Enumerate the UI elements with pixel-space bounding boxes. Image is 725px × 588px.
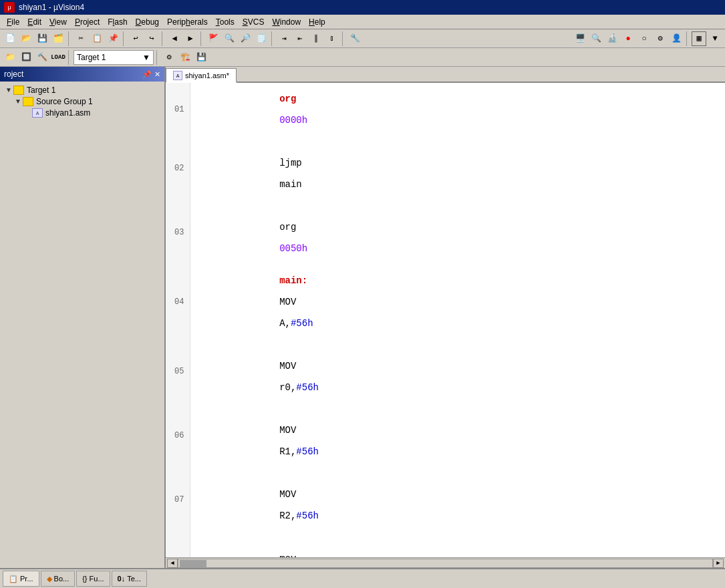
line-num-05: 05: [166, 339, 190, 404]
toolbar1: 📄 📂 💾 🗂️ ✂ 📋 📌 ↩ ↪ ◀ ▶ 🚩 🔍 🔎 🗒️ ⇥ ⇤ ∥ ⫾ …: [0, 29, 725, 48]
expand-arrow-sg1: ▼: [15, 98, 21, 105]
build2-btn[interactable]: 🔨: [35, 50, 49, 65]
menu-edit[interactable]: Edit: [23, 16, 45, 28]
indent-07: [279, 478, 324, 489]
code-cell-07[interactable]: MOV R2,#56h: [190, 468, 725, 532]
menu-bar: File Edit View Project Flash Debug Perip…: [0, 15, 725, 29]
profile-btn[interactable]: 👤: [669, 31, 684, 46]
rec-btn[interactable]: ●: [621, 31, 635, 46]
panel-close-btn[interactable]: ✕: [154, 70, 160, 79]
target-window-btn[interactable]: 🖥️: [573, 31, 587, 46]
status-tab-functions[interactable]: {} Fu...: [76, 571, 110, 587]
code-cell-03[interactable]: org 0050h: [190, 200, 725, 265]
sep5: [271, 31, 274, 46]
kw-mov-06: MOV: [279, 425, 296, 436]
undo-btn[interactable]: ↩: [128, 31, 143, 46]
find-btn[interactable]: 🔍: [222, 31, 237, 46]
editor-area: A shiyan1.asm* 01 org 0000h: [166, 67, 725, 568]
tree-item-target1[interactable]: ▼ Target 1: [3, 84, 162, 96]
cut-btn[interactable]: ✂: [74, 31, 88, 46]
spacing-06: [279, 436, 302, 446]
menu-svcs[interactable]: SVCS: [239, 16, 269, 28]
target-dropdown[interactable]: Target 1 ▼: [74, 50, 154, 65]
bookmark-btn[interactable]: 🚩: [206, 31, 221, 46]
scroll-thumb[interactable]: [180, 560, 206, 568]
spacing-04: [279, 286, 296, 297]
build-info-btn[interactable]: 🔧: [347, 31, 362, 46]
app-icon: μ: [4, 2, 15, 13]
code-cell-06[interactable]: MOV R1,#56h: [190, 404, 725, 468]
save-btn[interactable]: 💾: [35, 31, 49, 46]
redo-btn[interactable]: ↪: [144, 31, 159, 46]
folder-icon-sg1: [23, 97, 33, 106]
project-tree: ▼ Target 1 ▼ Source Group 1 ▷ A shiyan1.…: [0, 82, 164, 568]
target-prev-btn[interactable]: 📁: [3, 50, 17, 65]
tree-label-asm: shiyan1.asm: [45, 108, 90, 118]
menu-flash[interactable]: Flash: [104, 16, 131, 28]
code-cell-04[interactable]: main: MOV A,#56h: [190, 265, 725, 339]
kw-mainlabel-04: main:: [279, 275, 307, 286]
circle-btn[interactable]: ○: [637, 31, 651, 46]
status-tab-project[interactable]: 📋 Pr...: [3, 571, 39, 587]
scroll-track[interactable]: [178, 559, 713, 568]
new-file-btn[interactable]: 📄: [3, 31, 17, 46]
findall-btn[interactable]: 🗒️: [254, 31, 269, 46]
build3-btn[interactable]: 🏗️: [178, 50, 192, 65]
menu-peripherals[interactable]: Peripherals: [163, 16, 212, 28]
title-bar: μ shiyan1 - µVision4: [0, 0, 725, 15]
status-tab-templates[interactable]: 0↓ Te...: [112, 571, 147, 587]
paste-btn[interactable]: 📌: [106, 31, 120, 46]
status-bar: 📋 Pr... ◆ Bo... {} Fu... 0↓ Te...: [0, 568, 725, 588]
more-btn[interactable]: ▼: [708, 31, 722, 46]
menu-tools[interactable]: Tools: [212, 16, 239, 28]
line-num-01: 01: [166, 83, 190, 136]
save-all-btn[interactable]: 🗂️: [51, 31, 65, 46]
target-settings-btn[interactable]: ⚙: [162, 50, 176, 65]
kw-r0-05: r0,: [279, 382, 296, 393]
grid-btn[interactable]: ▦: [692, 31, 706, 46]
menu-file[interactable]: File: [3, 16, 23, 28]
unindent-btn[interactable]: ⇤: [293, 31, 307, 46]
menu-window[interactable]: Window: [268, 16, 305, 28]
zoom-btn[interactable]: 🔬: [605, 31, 619, 46]
comment-btn[interactable]: ∥: [309, 31, 323, 46]
menu-project[interactable]: Project: [71, 16, 104, 28]
load2-btn[interactable]: 💾: [194, 50, 208, 65]
indent-05: [279, 350, 324, 361]
nav-fwd-btn[interactable]: ▶: [183, 31, 198, 46]
status-tab-books[interactable]: ◆ Bo...: [41, 571, 76, 587]
code-cell-01[interactable]: org 0000h: [190, 83, 725, 136]
indent-btn[interactable]: ⇥: [277, 31, 291, 46]
spacing-02: [279, 168, 296, 179]
menu-view[interactable]: View: [45, 16, 71, 28]
kw-r2-07: R2,: [279, 510, 296, 521]
tree-item-shiyan1asm[interactable]: ▷ A shiyan1.asm: [3, 107, 162, 118]
menu-help[interactable]: Help: [305, 16, 329, 28]
tree-item-sourcegroup1[interactable]: ▼ Source Group 1: [3, 96, 162, 107]
sep3: [162, 31, 164, 46]
settings-btn[interactable]: ⚙: [653, 31, 668, 46]
code-cell-05[interactable]: MOV r0,#56h: [190, 339, 725, 404]
scroll-left-btn[interactable]: ◀: [167, 559, 178, 568]
horizontal-scrollbar[interactable]: ◀ ▶: [166, 557, 725, 568]
replace-btn[interactable]: 🔎: [238, 31, 253, 46]
tab-shiyan1asm[interactable]: A shiyan1.asm*: [166, 68, 237, 83]
chip-btn[interactable]: 🔲: [19, 50, 33, 65]
uncomment-btn[interactable]: ⫾: [325, 31, 339, 46]
panel-pin-btn[interactable]: 📌: [142, 70, 152, 79]
search2-btn[interactable]: 🔍: [589, 31, 603, 46]
nav-back-btn[interactable]: ◀: [167, 31, 182, 46]
code-cell-02[interactable]: ljmp main: [190, 136, 725, 200]
spacing-05: [279, 372, 302, 382]
menu-debug[interactable]: Debug: [132, 16, 163, 28]
scroll-right-btn[interactable]: ▶: [713, 559, 724, 568]
spacing-01: [279, 104, 302, 115]
folder-icon-target1: [13, 86, 24, 95]
load-btn[interactable]: LOAD: [51, 50, 65, 65]
copy-btn[interactable]: 📋: [90, 31, 104, 46]
code-editor[interactable]: 01 org 0000h 02 ljmp: [166, 83, 725, 557]
code-cell-08[interactable]: mov r3,#0FFH: [190, 532, 725, 557]
kw-mov-05: MOV: [279, 361, 296, 372]
project-panel-title: roject: [4, 69, 23, 79]
open-btn[interactable]: 📂: [19, 31, 33, 46]
